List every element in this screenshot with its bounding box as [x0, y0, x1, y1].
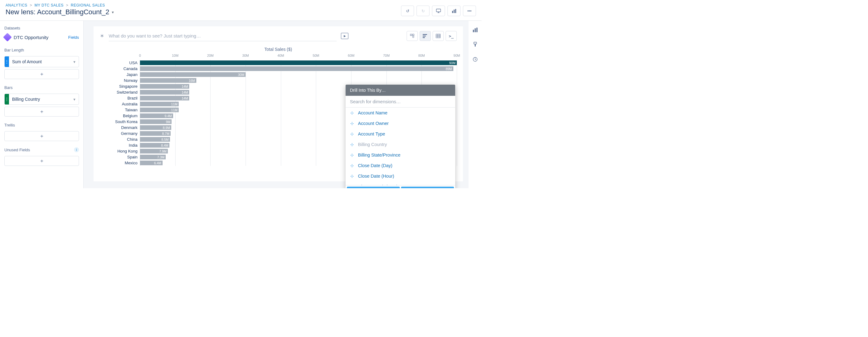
svg-rect-3 [452, 11, 453, 13]
drill-dimension-item[interactable]: ⊹Close Date (Minute) [346, 181, 455, 185]
bar-fill[interactable]: 14M [140, 90, 189, 94]
drill-dimension-label: Close Date (Minute) [358, 184, 398, 185]
svg-rect-12 [436, 34, 440, 38]
bar-fill[interactable]: 90M [140, 60, 457, 65]
bar-fill[interactable]: 30M [140, 72, 246, 77]
drill-dimension-item[interactable]: ⊹Account Type [346, 129, 455, 139]
nl-query-input[interactable] [109, 31, 337, 41]
view-config-button[interactable] [407, 31, 418, 41]
bar-fill[interactable]: 6.4M [140, 161, 162, 165]
add-bars-button[interactable]: ＋ [4, 107, 79, 117]
bar-fill[interactable]: 7.9M [140, 149, 168, 153]
bars-field[interactable]: ⋮ Billing Country ▾ [4, 94, 79, 105]
bar-row[interactable]: USA90M [140, 60, 457, 66]
table-icon [436, 34, 441, 38]
sparkle-icon: ✶ [100, 32, 104, 39]
palette-icon [410, 33, 415, 38]
bar-fill[interactable]: 8.5M [140, 137, 170, 142]
bar-category-label: Mexico [100, 161, 140, 165]
chevron-down-icon[interactable]: ▾ [70, 97, 79, 102]
drill-search-input[interactable] [346, 96, 455, 108]
breadcrumb-my-dtc[interactable]: MY DTC SALES [35, 3, 64, 7]
bar-fill[interactable]: 16M [140, 78, 196, 83]
hbar-icon [423, 34, 428, 38]
bar-row[interactable]: Canada89M [140, 66, 457, 72]
history-icon[interactable] [472, 57, 478, 63]
chart-title: Total Sales ($) [100, 47, 457, 52]
bar-category-label: India [100, 143, 140, 147]
drill-dimension-list: ⊹Account Name⊹Account Owner⊹Account Type… [346, 108, 455, 185]
bar-category-label: Australia [100, 102, 140, 106]
bar-row[interactable]: Norway16M [140, 78, 457, 83]
bar-fill[interactable]: 14M [140, 84, 189, 89]
chart-settings-icon[interactable] [472, 28, 478, 34]
drill-dimension-item[interactable]: ⊹Close Date (Hour) [346, 171, 455, 181]
undo-button[interactable]: ↺ [401, 6, 414, 16]
add-unused-button[interactable]: ＋ [4, 156, 79, 166]
bar-row[interactable]: Japan30M [140, 72, 457, 78]
bar-fill[interactable]: 8.7M [140, 131, 170, 136]
bar-fill[interactable]: 9.4M [140, 113, 173, 118]
bar-category-label: Brazil [100, 96, 140, 101]
drag-handle-icon[interactable]: ⋮ [5, 94, 9, 105]
bar-fill[interactable]: 14M [140, 96, 189, 101]
x-tick-label: 20M [207, 54, 214, 57]
drill-dimension-label: Billing State/Province [358, 152, 400, 158]
chevron-down-icon[interactable]: ▾ [70, 59, 79, 64]
format-icon[interactable] [472, 42, 478, 49]
more-actions-button[interactable]: ••• [463, 6, 476, 16]
present-button[interactable] [432, 6, 445, 16]
drill-dimension-label: Account Name [358, 110, 388, 115]
x-tick-label: 0 [139, 54, 141, 57]
view-data-table-button[interactable]: ▦ View Data Table [401, 187, 454, 188]
chart-mode-button[interactable] [447, 6, 461, 16]
lens-title-menu[interactable]: ▾ [112, 10, 114, 15]
svg-rect-6 [410, 34, 412, 36]
dimension-icon: ⊹ [350, 110, 354, 115]
lens-title: New lens: Account_BillingCount_2 [6, 8, 109, 16]
drill-dimension-item[interactable]: ⊹Billing State/Province [346, 150, 455, 160]
drill-dimension-item[interactable]: ⊹Billing Country [346, 139, 455, 150]
saql-view-button[interactable]: >_ [445, 31, 457, 41]
bar-fill[interactable]: 89M [140, 66, 453, 71]
drill-dimension-item[interactable]: ⊹Close Date (Day) [346, 160, 455, 171]
bars-heading: Bars [4, 85, 79, 90]
unused-fields-heading: Unused Fields [4, 147, 30, 152]
add-trellis-button[interactable]: ＋ [4, 131, 79, 141]
bar-fill[interactable]: 8.4M [140, 143, 169, 147]
dataset-name[interactable]: DTC Opportunity [13, 35, 49, 40]
focus-button[interactable]: 👓 Focus [347, 187, 400, 188]
add-bar-length-button[interactable]: ＋ [4, 69, 79, 79]
breadcrumb-analytics[interactable]: ANALYTICS [6, 3, 27, 7]
svg-rect-19 [476, 28, 477, 32]
breadcrumb-regional[interactable]: REGIONAL SALES [71, 3, 105, 7]
drill-dimension-item[interactable]: ⊹Account Owner [346, 118, 455, 129]
drill-popup-title: Drill Into This By… [346, 85, 455, 96]
datasets-heading: Datasets [4, 26, 79, 30]
table-view-button[interactable] [433, 31, 444, 41]
present-icon [436, 9, 441, 13]
bar-fill[interactable]: 11M [140, 102, 179, 106]
drill-dimension-item[interactable]: ⊹Account Name [346, 108, 455, 118]
bar-category-label: China [100, 137, 140, 142]
svg-rect-7 [412, 34, 414, 36]
svg-rect-11 [423, 37, 425, 38]
run-query-button[interactable]: ▶ [341, 33, 348, 39]
bar-fill[interactable]: 7.3M [140, 155, 166, 159]
svg-rect-17 [473, 30, 474, 32]
svg-point-8 [412, 36, 414, 38]
dataset-icon [3, 33, 12, 41]
svg-rect-9 [423, 34, 427, 35]
fields-link[interactable]: Fields [68, 35, 79, 40]
redo-button[interactable]: ↻ [416, 6, 430, 16]
info-icon[interactable]: i [74, 147, 79, 152]
drag-handle-icon[interactable]: ⋮ [5, 56, 9, 67]
bar-fill[interactable]: 9M [140, 119, 172, 124]
bar-category-label: Spain [100, 155, 140, 159]
drill-dimension-label: Account Owner [358, 121, 389, 126]
bar-length-field[interactable]: ⋮ Sum of Amount ▾ [4, 56, 79, 67]
bar-fill[interactable]: 11M [140, 108, 179, 112]
chart-view-button[interactable] [420, 31, 431, 41]
svg-rect-20 [474, 42, 476, 44]
bar-fill[interactable]: 8.9M [140, 125, 171, 130]
